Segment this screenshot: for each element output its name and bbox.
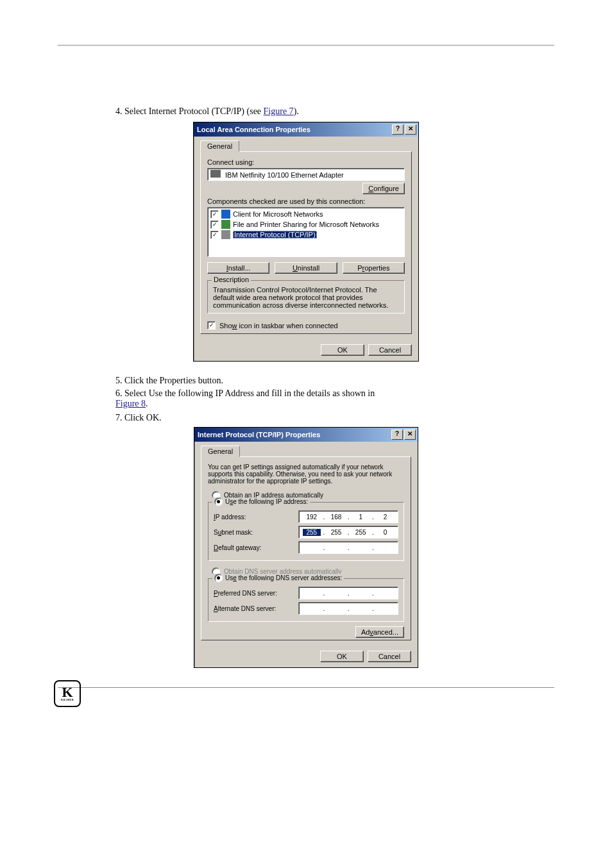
preferred-dns-input[interactable]: ... [298,587,398,599]
ok-button[interactable]: OK [320,651,364,662]
step-4-text: 4. Select Internet Protocol (TCP/IP) (se… [115,106,554,118]
component-3-label: Internet Protocol (TCP/IP) [233,231,317,238]
properties-button[interactable]: Properties [343,262,405,274]
close-button[interactable]: ✕ [405,124,416,135]
show-icon-checkbox[interactable]: ✓ [207,321,216,330]
kramer-logo: K KRAMER [54,680,81,707]
description-text: Transmission Control Protocol/Internet P… [213,286,399,309]
component-fileshare[interactable]: ✓ File and Printer Sharing for Microsoft… [209,219,403,230]
radio-use-dns-label: Use the following DNS server addresses: [225,574,342,581]
logo-subtext: KRAMER [61,698,74,701]
default-gateway-input[interactable]: ... [298,541,398,554]
component-tcpip[interactable]: ✓ Internet Protocol (TCP/IP) [209,230,403,240]
step-7-text: 7. Click OK. [115,413,554,423]
subnet-mask-input[interactable]: 255. 255. 255. 0 [298,526,398,538]
component-client[interactable]: ✓ Client for Microsoft Networks [209,209,403,219]
tab-general[interactable]: General [200,140,239,152]
ok-button[interactable]: OK [321,344,364,356]
titlebar: Internet Protocol (TCP/IP) Properties ? … [194,428,418,442]
preferred-dns-label: Preferred DNS server: [214,590,298,597]
radio-use-dns[interactable] [214,574,223,582]
alternate-dns-label: Alternate DNS server: [214,605,298,612]
titlebar: Local Area Connection Properties ? ✕ [194,122,418,137]
dialog1-title: Local Area Connection Properties [197,126,391,133]
help-button[interactable]: ? [392,124,404,135]
protocol-icon [221,230,230,239]
uninstall-button[interactable]: Uninstall [275,262,337,274]
close-button[interactable]: ✕ [404,430,416,440]
step-6-pre: 6. Select Use the following IP Address a… [115,388,375,398]
dialog2-title: Internet Protocol (TCP/IP) Properties [198,431,390,438]
connect-using-label: Connect using: [207,158,405,166]
ip-address-input[interactable]: 192. 168. 1. 2 [298,510,398,523]
component-2-label: File and Printer Sharing for Microsoft N… [233,221,379,228]
component-1-label: Client for Microsoft Networks [233,210,323,218]
help-button[interactable]: ? [391,430,403,440]
step-4-tail: ). [294,106,299,116]
checkbox-icon[interactable]: ✓ [210,231,219,239]
radio-use-ip-label: Use the following IP address: [225,498,308,505]
components-label: Components checked are used by this conn… [207,197,405,205]
adapter-name: IBM Netfinity 10/100 Ethernet Adapter [225,171,344,179]
alternate-dns-input[interactable]: ... [298,602,398,615]
install-button[interactable]: Install... [207,262,269,274]
tcpip-properties-dialog: Internet Protocol (TCP/IP) Properties ? … [194,427,418,668]
radio-use-ip[interactable] [214,497,223,506]
tab-general[interactable]: General [201,446,240,457]
figure-7-link[interactable]: Figure 7 [264,106,294,117]
configure-button[interactable]: CConfigureonfigure [362,183,405,194]
adapter-icon [210,170,221,178]
default-gateway-label: Default gateway: [214,544,298,551]
intro-text: You can get IP settings assigned automat… [208,463,404,485]
top-rule [58,45,554,46]
show-icon-label: Show icon in taskbar when connected [219,322,338,330]
step-6-text: 6. Select Use the following IP Address a… [115,388,554,410]
description-header: Description [212,276,251,283]
network-client-icon [221,210,230,219]
step-5-text: 5. Click the Properties button. [115,376,554,386]
cancel-button[interactable]: Cancel [368,344,412,356]
step-6-tail: . [146,399,148,408]
components-list[interactable]: ✓ Client for Microsoft Networks ✓ File a… [207,207,405,257]
advanced-button[interactable]: Advanced... [355,626,404,638]
checkbox-icon[interactable]: ✓ [210,221,219,229]
local-area-connection-dialog: Local Area Connection Properties ? ✕ Gen… [193,122,419,362]
description-group: Description Transmission Control Protoco… [207,280,405,313]
ip-address-label: IP address: [214,513,298,521]
adapter-field: IBM Netfinity 10/100 Ethernet Adapter [207,168,405,181]
cancel-button[interactable]: Cancel [368,651,411,662]
figure-8-link[interactable]: Figure 8 [115,399,146,409]
step-4-pre: 4. Select Internet Protocol (TCP/IP) (se… [115,106,264,116]
checkbox-icon[interactable]: ✓ [210,210,219,219]
subnet-mask-label: Subnet mask: [214,529,298,536]
logo-letter: K [62,687,72,698]
bottom-rule [58,687,554,688]
file-share-icon [221,220,230,229]
